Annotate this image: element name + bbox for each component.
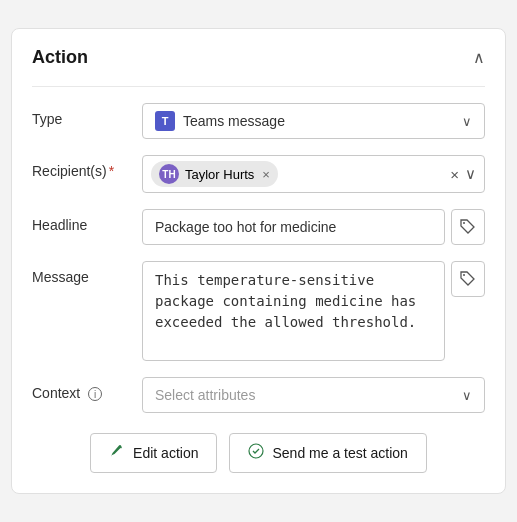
message-row: Message This temperature-sensitive packa… bbox=[32, 261, 485, 361]
headline-row: Headline bbox=[32, 209, 485, 245]
type-row: Type T Teams message ∨ bbox=[32, 103, 485, 139]
panel-title: Action bbox=[32, 47, 88, 68]
send-test-label: Send me a test action bbox=[272, 445, 407, 461]
recipient-chevron-icon[interactable]: ∨ bbox=[465, 165, 476, 183]
headline-control bbox=[142, 209, 485, 245]
recipients-row: Recipient(s)* TH Taylor Hurts × × ∨ bbox=[32, 155, 485, 193]
message-textarea[interactable]: This temperature-sensitive package conta… bbox=[142, 261, 445, 361]
context-label: Context i bbox=[32, 377, 142, 401]
recipient-actions: × ∨ bbox=[450, 165, 476, 183]
type-value: Teams message bbox=[183, 113, 285, 129]
recipients-control: TH Taylor Hurts × × ∨ bbox=[142, 155, 485, 193]
svg-point-1 bbox=[463, 274, 465, 276]
header-divider bbox=[32, 86, 485, 87]
teams-icon: T bbox=[155, 111, 175, 131]
message-edit-icon-btn[interactable] bbox=[451, 261, 485, 297]
context-placeholder: Select attributes bbox=[155, 387, 255, 403]
headline-label: Headline bbox=[32, 209, 142, 233]
required-star: * bbox=[109, 163, 114, 179]
type-select-inner: T Teams message bbox=[155, 111, 285, 131]
send-test-icon bbox=[248, 443, 264, 463]
send-test-button[interactable]: Send me a test action bbox=[229, 433, 426, 473]
context-select[interactable]: Select attributes ∨ bbox=[142, 377, 485, 413]
message-tag-icon bbox=[460, 271, 476, 287]
context-chevron-icon: ∨ bbox=[462, 388, 472, 403]
recipient-avatar: TH bbox=[159, 164, 179, 184]
svg-point-0 bbox=[463, 222, 465, 224]
headline-input[interactable] bbox=[142, 209, 445, 245]
svg-point-2 bbox=[249, 444, 263, 458]
collapse-icon[interactable]: ∧ bbox=[473, 48, 485, 67]
type-label: Type bbox=[32, 103, 142, 127]
type-control: T Teams message ∨ bbox=[142, 103, 485, 139]
recipient-clear-icon[interactable]: × bbox=[450, 166, 459, 183]
recipient-box[interactable]: TH Taylor Hurts × × ∨ bbox=[142, 155, 485, 193]
recipient-tag: TH Taylor Hurts × bbox=[151, 161, 278, 187]
context-row: Context i Select attributes ∨ bbox=[32, 377, 485, 413]
panel-header: Action ∧ bbox=[32, 47, 485, 68]
edit-action-icon bbox=[109, 443, 125, 463]
footer-buttons: Edit action Send me a test action bbox=[32, 433, 485, 473]
action-panel: Action ∧ Type T Teams message ∨ Recipien… bbox=[11, 28, 506, 494]
edit-action-label: Edit action bbox=[133, 445, 198, 461]
recipient-remove-icon[interactable]: × bbox=[262, 167, 270, 182]
message-control: This temperature-sensitive package conta… bbox=[142, 261, 485, 361]
context-info-icon[interactable]: i bbox=[88, 387, 102, 401]
recipient-name: Taylor Hurts bbox=[185, 167, 254, 182]
tag-icon bbox=[460, 219, 476, 235]
type-select[interactable]: T Teams message ∨ bbox=[142, 103, 485, 139]
edit-action-button[interactable]: Edit action bbox=[90, 433, 217, 473]
message-label: Message bbox=[32, 261, 142, 285]
type-chevron-icon: ∨ bbox=[462, 114, 472, 129]
recipients-label: Recipient(s)* bbox=[32, 155, 142, 179]
headline-edit-icon-btn[interactable] bbox=[451, 209, 485, 245]
context-control: Select attributes ∨ bbox=[142, 377, 485, 413]
